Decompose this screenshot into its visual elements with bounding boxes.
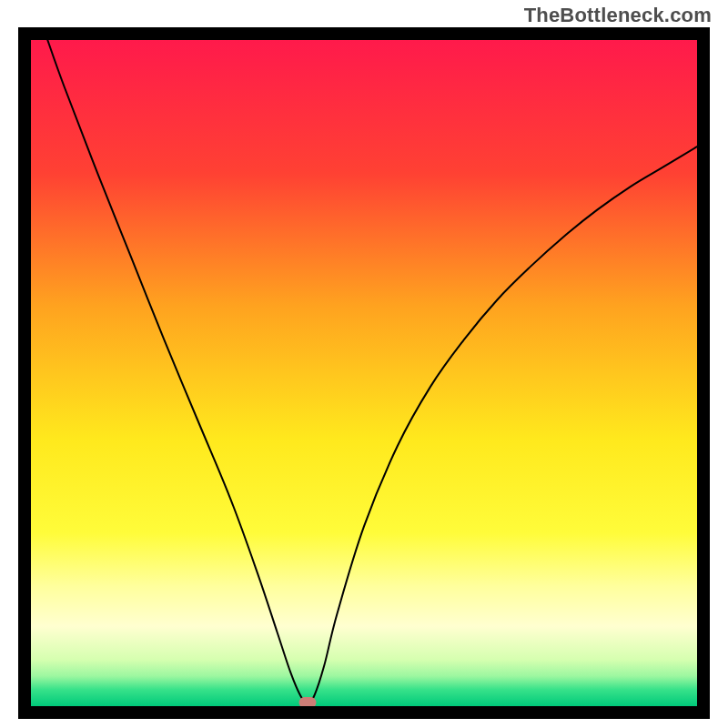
gradient-background — [31, 40, 697, 706]
plot-frame — [18, 27, 710, 719]
watermark-text: TheBottleneck.com — [524, 4, 712, 27]
chart-container: TheBottleneck.com — [0, 0, 728, 728]
svg-rect-0 — [31, 40, 697, 706]
optimal-point-marker — [298, 697, 316, 708]
